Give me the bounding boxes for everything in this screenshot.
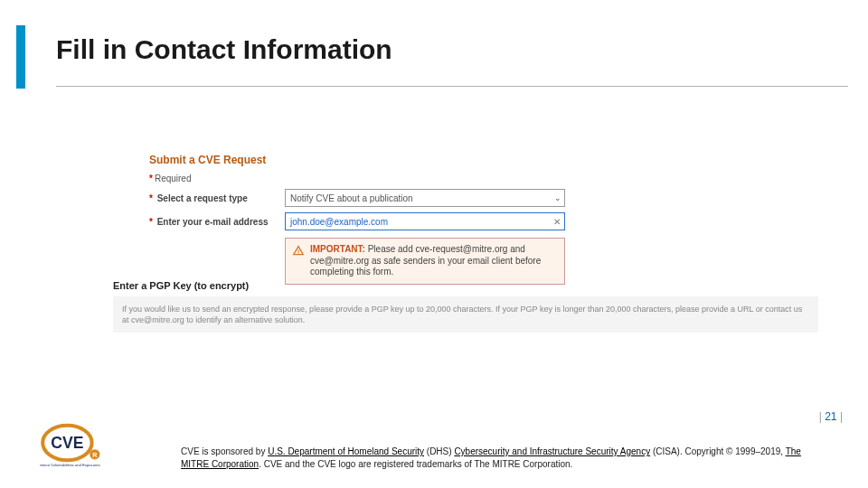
email-input[interactable]: john.doe@example.com ✕ bbox=[285, 212, 565, 230]
slide-title: Fill in Contact Information bbox=[56, 34, 392, 65]
title-divider bbox=[56, 86, 848, 87]
footer-text: CVE is sponsored by U.S. Department of H… bbox=[181, 446, 823, 470]
accent-bar bbox=[16, 25, 25, 89]
pgp-note: If you would like us to send an encrypte… bbox=[113, 296, 818, 333]
request-type-select[interactable]: Notify CVE about a publication ⌄ bbox=[285, 189, 565, 207]
row-email: * Enter your e-mail address john.doe@exa… bbox=[149, 212, 782, 230]
warning-text: IMPORTANT: Please add cve-request@mitre.… bbox=[310, 244, 558, 278]
svg-text:CVE: CVE bbox=[51, 434, 83, 452]
clear-icon[interactable]: ✕ bbox=[553, 217, 561, 227]
dhs-link[interactable]: U.S. Department of Homeland Security bbox=[268, 446, 424, 456]
logo-tagline: Common Vulnerabilities and Exposures bbox=[40, 463, 100, 467]
row-request-type: * Select a request type Notify CVE about… bbox=[149, 189, 782, 207]
form-heading: Submit a CVE Request bbox=[149, 154, 782, 166]
select-value: Notify CVE about a publication bbox=[290, 193, 413, 203]
chevron-down-icon: ⌄ bbox=[554, 193, 561, 202]
email-label: * Enter your e-mail address bbox=[149, 217, 285, 227]
email-value: john.doe@example.com bbox=[290, 217, 388, 227]
pgp-heading: Enter a PGP Key (to encrypt) bbox=[113, 280, 249, 291]
required-star-icon: * bbox=[149, 193, 153, 203]
svg-text:R: R bbox=[92, 451, 98, 459]
request-type-label: * Select a request type bbox=[149, 193, 285, 203]
warning-icon bbox=[292, 244, 305, 257]
page-number: | 21 | bbox=[819, 410, 843, 423]
required-note: *Required bbox=[149, 174, 782, 183]
cve-logo: CVE R Common Vulnerabilities and Exposur… bbox=[40, 421, 127, 472]
required-star-icon: * bbox=[149, 174, 153, 183]
cisa-link[interactable]: Cybersecurity and Infrastructure Securit… bbox=[454, 446, 650, 456]
required-star-icon: * bbox=[149, 217, 153, 227]
warning-box: IMPORTANT: Please add cve-request@mitre.… bbox=[285, 238, 565, 285]
form-screenshot: Submit a CVE Request *Required * Select … bbox=[149, 154, 782, 297]
